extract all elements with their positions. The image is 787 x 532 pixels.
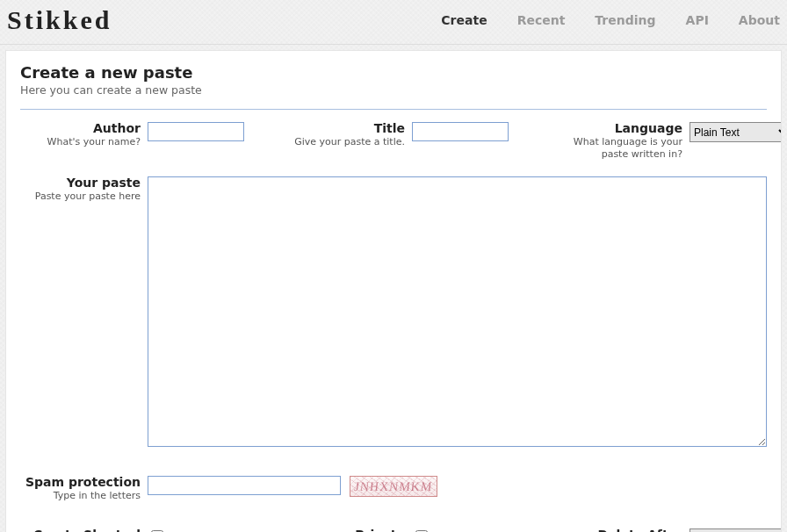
author-input[interactable] [148, 122, 244, 141]
spam-input[interactable] [148, 476, 341, 495]
nav-about[interactable]: About [739, 13, 780, 27]
spam-hint: Type in the letters [20, 490, 141, 502]
nav-trending[interactable]: Trending [595, 13, 655, 27]
language-select[interactable]: Plain Text [690, 122, 782, 142]
paste-label: Your paste [20, 176, 141, 190]
create-card: Create a new paste Here you can create a… [5, 50, 782, 532]
paste-hint: Paste your paste here [20, 191, 141, 203]
author-label: Author [20, 122, 141, 135]
delete-after-label: Delete After [553, 528, 682, 532]
paste-textarea[interactable] [148, 176, 767, 447]
page-title: Create a new paste [20, 63, 767, 82]
delete-after-select[interactable]: Keep Forever [690, 528, 782, 532]
shorturl-label: Create Shorturl [20, 528, 141, 532]
language-label: Language [553, 122, 682, 135]
nav-create[interactable]: Create [441, 13, 487, 27]
title-input[interactable] [412, 122, 509, 141]
logo[interactable]: Stikked [7, 5, 112, 35]
nav-api[interactable]: API [686, 13, 709, 27]
author-hint: What's your name? [20, 136, 141, 148]
page-subtitle: Here you can create a new paste [20, 83, 767, 97]
nav: Create Recent Trending API About [441, 13, 780, 27]
language-hint: What language is your paste written in? [553, 136, 682, 161]
nav-recent[interactable]: Recent [517, 13, 566, 27]
captcha-image: JNHXNMKM [350, 476, 437, 497]
spam-label: Spam protection [20, 476, 141, 489]
title-hint: Give your paste a title. [285, 136, 405, 148]
private-label: Private [285, 528, 405, 532]
divider [20, 109, 767, 110]
title-label: Title [285, 122, 405, 135]
